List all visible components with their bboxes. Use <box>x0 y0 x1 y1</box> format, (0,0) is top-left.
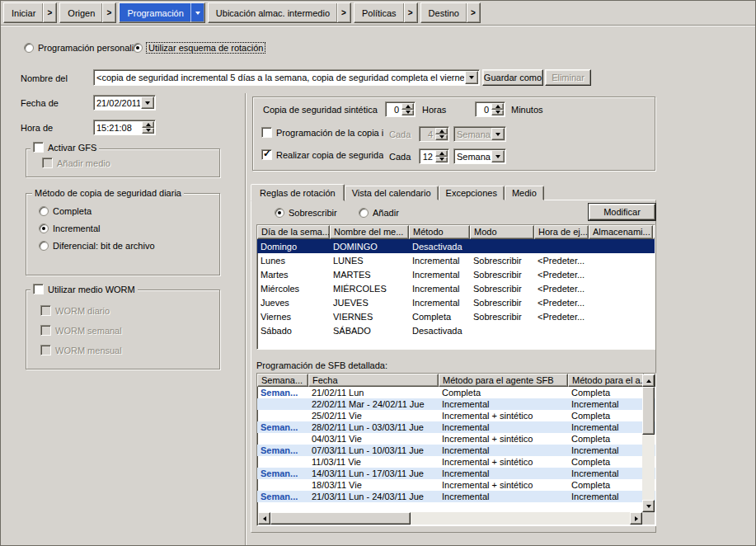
spinner-up-icon[interactable] <box>435 150 448 157</box>
column-header-dia-de-la-sema[interactable]: Día de la sema... <box>257 225 330 239</box>
full-backup-checkbox[interactable]: Realizar copia de segurida <box>261 149 383 160</box>
sfb-row[interactable]: 04/03/11 VieIncremental + sintéticoCompl… <box>257 433 655 445</box>
sfb-row[interactable]: 22/02/11 Mar - 24/02/11 JueIncrementalIn… <box>257 398 655 410</box>
save-as-button[interactable]: Guardar como <box>482 69 543 86</box>
daily-method-option-diferencial-bit-de-archivo[interactable]: Diferencial: bit de archivo <box>39 241 155 251</box>
checkbox-icon <box>261 127 272 138</box>
sfb-row[interactable]: 11/03/11 VieIncremental + sintéticoCompl… <box>257 456 655 468</box>
modify-button[interactable]: Modificar <box>589 204 655 220</box>
delete-button[interactable]: Eliminar <box>545 69 591 86</box>
sfb-cell: Incremental <box>568 492 644 501</box>
start-date-picker[interactable]: 21/02/2011 <box>93 95 156 111</box>
sfb-row[interactable]: Seman...14/03/11 Lun - 17/03/11 JueIncre… <box>257 468 655 479</box>
daily-method-option-incremental[interactable]: Incremental <box>39 224 155 233</box>
worm-option-worm-semanal[interactable]: WORM semanal <box>40 325 122 336</box>
synthetic-hours-spinner[interactable]: 0 <box>385 101 416 117</box>
sfb-row[interactable]: Seman...07/03/11 Lun - 10/03/11 JueIncre… <box>257 445 655 456</box>
rotation-row-martes[interactable]: MartesMARTESIncrementalSobrescribir<Pred… <box>257 267 655 281</box>
dropdown-arrow-icon[interactable] <box>465 71 478 84</box>
wizard-tab-politicas[interactable]: Políticas> <box>354 2 418 23</box>
column-header-fecha[interactable]: Fecha <box>308 374 439 387</box>
spinner-buttons[interactable] <box>435 150 448 162</box>
spinner-buttons[interactable] <box>142 121 154 134</box>
wizard-tab-iniciar[interactable]: Iniciar> <box>3 2 57 23</box>
horizontal-scrollbar-thumb[interactable] <box>270 512 411 525</box>
dropdown-arrow-icon[interactable] <box>491 150 505 162</box>
worm-option-worm-mensual[interactable]: WORM mensual <box>40 345 122 355</box>
append-mode-option[interactable]: Añadir <box>359 208 399 218</box>
activate-gfs-checkbox[interactable]: Activar GFS <box>31 142 99 153</box>
wizard-tab-origen[interactable]: Origen> <box>59 2 116 23</box>
spinner-down-icon[interactable] <box>401 110 414 116</box>
sfb-row[interactable]: Seman...21/02/11 LunCompletaCompleta <box>257 387 655 398</box>
sfb-row[interactable]: Seman...21/03/11 Lun - 24/03/11 JueIncre… <box>257 491 655 502</box>
copy-every-unit-combobox[interactable]: Semana/s <box>453 126 506 142</box>
copy-every-spinner[interactable]: 4 <box>419 126 449 142</box>
rotation-cell: Domingo <box>257 242 330 252</box>
sfb-horizontal-scrollbar[interactable] <box>258 512 642 525</box>
spinner-buttons[interactable] <box>491 103 504 115</box>
tab-reglas-de-rotacion[interactable]: Reglas de rotación <box>251 184 345 201</box>
sfb-cell: 22/02/11 Mar - 24/02/11 Jue <box>308 399 439 409</box>
rotation-schedule-option[interactable]: Utilizar esquema de rotación <box>133 43 265 53</box>
rotation-row-miercoles[interactable]: MiércolesMIÉRCOLESIncrementalSobrescribi… <box>257 281 655 295</box>
column-header-semana[interactable]: Semana... <box>257 374 308 387</box>
sfb-schedule-table[interactable]: Semana...FechaMétodo para el agente SFBM… <box>256 373 656 526</box>
tab-excepciones[interactable]: Excepciones <box>439 186 505 200</box>
wizard-tab-ubicacion-almac-intermedio[interactable]: Ubicación almac. intermedio> <box>208 2 351 23</box>
rotation-row-lunes[interactable]: LunesLUNESIncrementalSobrescribir<Predet… <box>257 253 655 267</box>
rotation-row-viernes[interactable]: ViernesVIERNESCompletaSobrescribir<Prede… <box>257 309 655 323</box>
column-header-metodo-para-el-agente-sfb[interactable]: Método para el agente SFB <box>439 374 568 387</box>
spinner-up-icon[interactable] <box>401 103 414 110</box>
sfb-row[interactable]: Seman...28/02/11 Lun - 03/03/11 JueIncre… <box>257 421 655 433</box>
scroll-left-icon[interactable] <box>258 512 270 525</box>
wizard-tab-programacion[interactable]: Programación <box>119 2 204 23</box>
scroll-down-icon[interactable] <box>642 500 655 512</box>
column-header-metodo[interactable]: Método <box>409 225 470 239</box>
spinner-buttons[interactable] <box>401 103 414 115</box>
custom-schedule-option[interactable]: Programación personaliz <box>24 43 139 53</box>
sfb-vertical-scrollbar[interactable] <box>642 374 655 512</box>
column-header-nombre-del-me[interactable]: Nombre del me... <box>330 225 409 239</box>
start-time-spinner[interactable]: 15:21:08 <box>93 120 156 135</box>
spinner-buttons[interactable] <box>435 128 448 140</box>
column-header-metodo-para-el-a[interactable]: Método para el a... <box>568 374 644 387</box>
tab-vista-del-calendario[interactable]: Vista del calendario <box>345 186 439 200</box>
sfb-row[interactable]: 18/03/11 VieIncremental + sintéticoCompl… <box>257 479 655 491</box>
scheme-name-combobox[interactable]: <copia de seguridad incremental 5 días a… <box>93 69 480 86</box>
column-header-modo[interactable]: Modo <box>470 225 534 239</box>
rotation-row-domingo[interactable]: DomingoDOMINGODesactivada <box>257 239 655 253</box>
full-every-unit-combobox[interactable]: Semana/s <box>453 148 506 164</box>
rotation-cell: Incremental <box>409 284 470 294</box>
daily-method-option-completa[interactable]: Completa <box>39 206 155 216</box>
synthetic-minutes-spinner[interactable]: 0 <box>475 101 505 117</box>
spinner-up-icon[interactable] <box>435 128 448 134</box>
scroll-up-icon[interactable] <box>642 374 655 387</box>
rotation-row-sabado[interactable]: SábadoSÁBADODesactivada <box>257 323 655 337</box>
overwrite-mode-option[interactable]: Sobrescribir <box>275 208 337 218</box>
full-every-spinner[interactable]: 12 <box>419 148 449 164</box>
spinner-down-icon[interactable] <box>142 128 154 134</box>
spinner-up-icon[interactable] <box>491 103 504 110</box>
spinner-down-icon[interactable] <box>435 157 448 163</box>
rotation-rules-table[interactable]: Día de la sema...Nombre del me...MétodoM… <box>256 224 655 350</box>
use-worm-checkbox[interactable]: Utilizar medio WORM <box>31 284 138 294</box>
spinner-up-icon[interactable] <box>142 121 154 128</box>
add-media-checkbox[interactable]: Añadir medio <box>42 158 110 168</box>
spinner-down-icon[interactable] <box>435 134 448 141</box>
column-header-hora-de-ej[interactable]: Hora de ej... <box>534 225 589 239</box>
copy-schedule-checkbox[interactable]: Programación de la copia i <box>261 127 383 138</box>
activate-gfs-label: Activar GFS <box>48 143 96 153</box>
dropdown-arrow-icon[interactable] <box>491 128 505 140</box>
tabbar-separator <box>1 25 756 26</box>
scroll-right-icon[interactable] <box>630 512 642 525</box>
tab-medio[interactable]: Medio <box>505 186 544 200</box>
vertical-scrollbar-thumb[interactable] <box>642 387 655 435</box>
spinner-down-icon[interactable] <box>491 110 504 116</box>
rotation-row-jueves[interactable]: JuevesJUEVESIncrementalSobrescribir<Pred… <box>257 295 655 309</box>
wizard-tab-destino[interactable]: Destino> <box>420 2 481 23</box>
worm-option-worm-diario[interactable]: WORM diario <box>40 305 122 316</box>
column-header-almacenami[interactable]: Almacenami... <box>589 225 653 239</box>
sfb-row[interactable]: 25/02/11 VieIncremental + sintéticoCompl… <box>257 410 655 421</box>
calendar-dropdown-icon[interactable] <box>141 96 154 109</box>
